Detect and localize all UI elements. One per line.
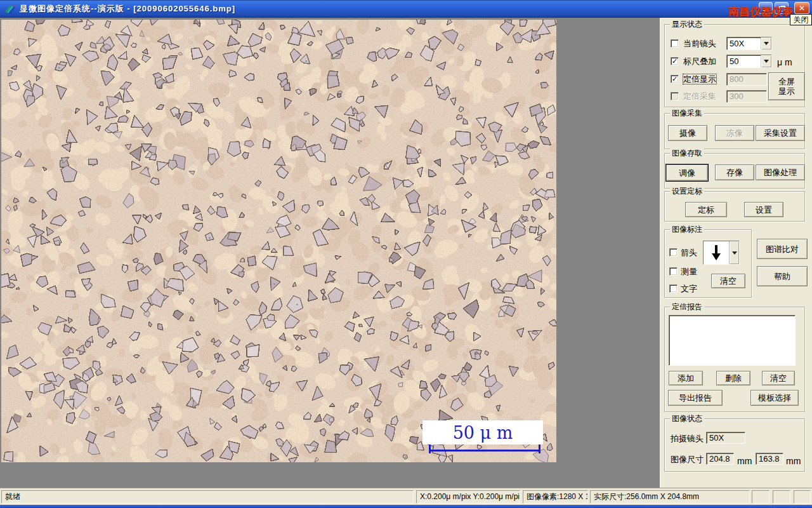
status-empty-cell: [773, 490, 790, 504]
report-listbox[interactable]: [669, 315, 796, 366]
ruler-length-select[interactable]: 50: [726, 55, 772, 68]
fixed-capture-label: 定倍采集: [683, 91, 716, 101]
image-process-button[interactable]: 图像处理: [756, 164, 805, 180]
ruler-overlay-checkbox[interactable]: ✓: [671, 57, 679, 65]
arrow-down-icon: [704, 241, 729, 264]
measure-checkbox[interactable]: [669, 267, 678, 276]
current-lens-value: 50X: [727, 37, 761, 50]
scalebar-line: [429, 450, 540, 451]
check-icon: ✓: [672, 76, 678, 83]
group-annotation-title: 图像标注: [670, 225, 704, 234]
fullscreen-button[interactable]: 全屏显示: [768, 72, 805, 100]
group-capture-title: 图像采集: [670, 109, 704, 117]
arrow-style-select[interactable]: [703, 241, 740, 265]
ruler-unit-label: μ m: [777, 57, 792, 67]
window-bottom-border: [0, 505, 812, 508]
capture-lens-label: 拍摄镜头: [671, 434, 704, 443]
scalebar-label-box: 50 μ m: [422, 420, 543, 444]
annotation-clear-button[interactable]: 清空: [711, 274, 745, 288]
title-bar: 显微图像定倍系统--演示版 - [20090602055646.bmp] ✕ 南…: [0, 0, 812, 18]
status-bar: 就绪 X:0.200μ m/pix Y:0.200μ m/pix 图像像素:12…: [0, 488, 812, 505]
arrow-checkbox[interactable]: [669, 248, 678, 257]
freeze-button: 冻像: [715, 125, 754, 141]
close-button[interactable]: ✕: [794, 2, 809, 14]
status-empty-cell: [752, 490, 769, 504]
group-image-status-title: 图像状态: [670, 414, 704, 423]
arrow-label: 箭头: [681, 248, 697, 257]
scalebar-label: 50 μ m: [453, 423, 513, 443]
group-display-status-title: 显示状态: [670, 20, 704, 29]
current-lens-checkbox[interactable]: [671, 39, 679, 48]
status-empty-cell: [794, 490, 811, 504]
text-checkbox[interactable]: [669, 284, 678, 293]
atlas-compare-button[interactable]: 图谱比对: [757, 239, 808, 259]
text-label: 文字: [681, 284, 697, 293]
close-icon: ✕: [799, 4, 805, 12]
minimize-button[interactable]: [759, 2, 773, 14]
control-sidebar: 显示状态 当前镜头 50X ✓ 标尺叠加 50 μ m ✓ 定倍显示 800: [660, 18, 812, 488]
check-icon: ✓: [672, 58, 678, 65]
image-height-field: 163.8: [756, 453, 783, 465]
scalebar-tick-right: [539, 444, 540, 453]
chevron-down-icon[interactable]: [761, 37, 771, 50]
micrograph-image: [1, 20, 556, 462]
help-button[interactable]: 帮助: [757, 266, 808, 286]
fixed-display-checkbox[interactable]: ✓: [671, 75, 679, 83]
client-area: 50 μ m 显示状态 当前镜头 50X ✓ 标尺叠加 50: [0, 18, 812, 488]
minimize-icon: [763, 10, 768, 12]
image-width-field: 204.8: [706, 453, 734, 465]
app-window: 显微图像定倍系统--演示版 - [20090602055646.bmp] ✕ 南…: [0, 0, 812, 508]
status-pixel-scale: X:0.200μ m/pix Y:0.200μ m/pix: [416, 490, 520, 504]
ruler-overlay-label: 标尺叠加: [683, 57, 716, 66]
measure-label: 测量: [681, 267, 697, 276]
status-image-pixels: 图像像素:1280 X 1024: [523, 490, 588, 504]
shoot-button[interactable]: 摄像: [668, 125, 707, 141]
capture-lens-field: 50X: [706, 432, 745, 444]
current-lens-select[interactable]: 50X: [726, 37, 772, 50]
report-template-button[interactable]: 模板选择: [750, 390, 799, 406]
report-delete-button[interactable]: 删除: [716, 371, 750, 385]
fixed-capture-field: 300: [726, 90, 767, 103]
current-lens-label: 当前镜头: [683, 39, 716, 48]
status-actual-size: 实际尺寸:256.0mm X 204.8mm: [590, 490, 750, 504]
scalebar-tick-left: [429, 444, 431, 453]
image-size-label: 图像尺寸: [671, 455, 704, 464]
image-height-unit: mm: [786, 456, 801, 466]
fixed-capture-checkbox: [671, 92, 679, 100]
report-export-button[interactable]: 导出报告: [668, 390, 723, 406]
app-icon: [4, 4, 16, 14]
image-width-unit: mm: [737, 456, 752, 466]
capture-settings-button[interactable]: 采集设置: [756, 125, 805, 141]
fixed-display-field: 800: [726, 73, 767, 86]
status-ready: 就绪: [1, 490, 414, 504]
group-calibration-title: 设置定标: [670, 187, 704, 196]
fixed-display-label: 定倍显示: [683, 74, 716, 84]
group-storage-title: 图像存取: [670, 149, 704, 157]
save-image-button[interactable]: 存像: [715, 164, 754, 180]
calibrate-button[interactable]: 定标: [685, 202, 727, 217]
calibration-settings-button[interactable]: 设置: [744, 202, 783, 217]
restore-button[interactable]: [775, 2, 789, 14]
ruler-length-value: 50: [727, 55, 761, 67]
close-tooltip: 关闭: [790, 14, 812, 25]
chevron-down-icon[interactable]: [729, 241, 739, 264]
chevron-down-icon[interactable]: [761, 55, 771, 67]
report-clear-button[interactable]: 清空: [762, 371, 795, 385]
window-title: 显微图像定倍系统--演示版 - [20090602055646.bmp]: [20, 3, 235, 15]
load-image-button[interactable]: 调像: [666, 164, 708, 181]
report-add-button[interactable]: 添加: [669, 371, 703, 385]
restore-icon: [779, 6, 785, 11]
group-report-title: 定倍报告: [670, 302, 704, 311]
